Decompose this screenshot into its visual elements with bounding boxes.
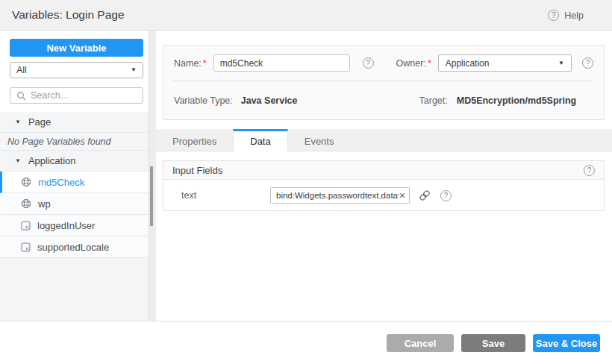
target-label: Target: (419, 95, 448, 106)
tree-item-label: md5Check (38, 177, 84, 188)
field-name-label: text (172, 190, 270, 201)
owner-selected-value: Application (446, 58, 558, 69)
tree-item-loggedinuser[interactable]: loggedInUser (0, 215, 149, 236)
field-help-icon[interactable]: ? (440, 190, 452, 201)
variable-type-label: Variable Type: (174, 95, 233, 106)
bind-link-icon[interactable] (419, 189, 431, 201)
java-service-icon (21, 177, 31, 187)
owner-label: Owner: (396, 58, 426, 69)
help-label: Help (564, 10, 584, 21)
name-label: Name: (174, 58, 202, 69)
input-field-row: text × ? (163, 180, 604, 211)
page-empty-message: No Page Variables found (0, 133, 149, 151)
section-label: Page (28, 116, 51, 128)
scrollbar-thumb[interactable] (150, 166, 153, 226)
bind-value-field: × (270, 187, 410, 204)
input-fields-panel: Input Fields ? text × ? (163, 160, 605, 211)
caret-down-icon: ▼ (131, 67, 137, 73)
search-icon (16, 91, 26, 101)
filter-selected-value: All (16, 65, 131, 75)
cancel-button[interactable]: Cancel (387, 334, 454, 352)
input-fields-title: Input Fields (172, 165, 584, 176)
tree-item-label: loggedInUser (37, 220, 95, 231)
tree-item-label: supportedLocale (37, 242, 109, 253)
tree-item-label: wp (38, 198, 51, 210)
tree-section-application[interactable]: ▼ Application (0, 151, 149, 172)
required-marker: * (203, 58, 207, 69)
dialog-header: Variables: Login Page ? Help (0, 0, 612, 31)
variable-summary-panel: Name: * ? Owner: * Application ▼ ? Varia… (163, 45, 605, 120)
variable-search (10, 87, 143, 104)
tab-events[interactable]: Events (288, 129, 351, 151)
tree-item-supportedlocale[interactable]: supportedLocale (0, 236, 149, 258)
variables-dialog: Variables: Login Page ? Help New Variabl… (0, 0, 612, 364)
save-and-close-button[interactable]: Save & Close (533, 334, 600, 352)
tab-properties[interactable]: Properties (156, 129, 233, 151)
clear-binding-icon[interactable]: × (399, 190, 406, 201)
model-variable-icon (21, 221, 31, 230)
variable-detail-panel: Name: * ? Owner: * Application ▼ ? Varia… (156, 31, 612, 321)
name-field[interactable] (213, 54, 350, 72)
model-variable-icon (21, 242, 31, 252)
bind-value-input[interactable] (276, 191, 399, 200)
detail-tabbar: Properties Data Events (156, 129, 612, 151)
dialog-footer: Cancel Save Save & Close (0, 321, 612, 364)
search-input[interactable] (31, 90, 137, 101)
section-label: Application (28, 155, 76, 166)
input-fields-header: Input Fields ? (163, 161, 604, 180)
name-help-icon[interactable]: ? (363, 57, 374, 69)
variables-sidebar: New Variable All ▼ ▼ Page No Page Variab… (0, 31, 149, 321)
owner-select[interactable]: Application ▼ (438, 54, 572, 72)
owner-help-icon[interactable]: ? (582, 57, 593, 69)
caret-down-icon: ▼ (558, 60, 564, 66)
variable-type-value: Java Service (241, 95, 298, 106)
page-title: Variables: Login Page (12, 0, 125, 30)
required-marker: * (428, 58, 431, 69)
java-service-icon (21, 198, 31, 209)
tree-item-wp[interactable]: wp (0, 193, 149, 215)
tree-section-page[interactable]: ▼ Page (0, 112, 149, 133)
variable-filter-select[interactable]: All ▼ (10, 62, 143, 78)
save-button[interactable]: Save (461, 334, 525, 352)
tab-data[interactable]: Data (233, 129, 287, 151)
help-icon: ? (548, 10, 559, 21)
new-variable-button[interactable]: New Variable (10, 39, 143, 57)
input-fields-help-icon[interactable]: ? (584, 165, 595, 176)
help-button[interactable]: ? Help (548, 9, 584, 22)
variables-tree: ▼ Page No Page Variables found ▼ Applica… (0, 112, 149, 321)
collapse-arrow-icon: ▼ (15, 119, 21, 125)
sidebar-scrollbar[interactable] (149, 31, 156, 321)
collapse-arrow-icon: ▼ (15, 158, 21, 164)
tree-item-md5check[interactable]: md5Check (0, 172, 149, 193)
target-value: MD5Encryption/md5Spring (457, 95, 576, 106)
